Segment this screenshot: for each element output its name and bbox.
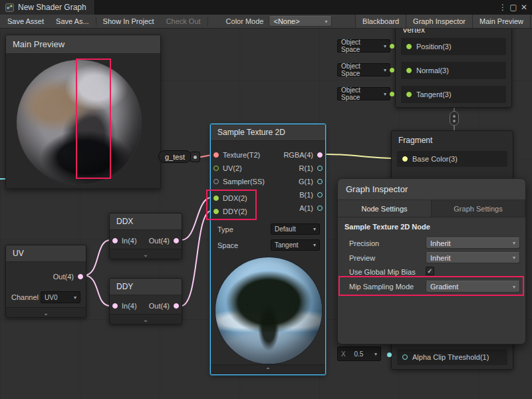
color-mode-label: Color Mode: [209, 17, 267, 25]
normal-port-icon[interactable]: [406, 68, 412, 73]
b-port-icon[interactable]: [317, 192, 323, 198]
alphaclip-float-field[interactable]: X 0.5 ▾: [337, 346, 381, 361]
wire-rgba-to-basecolor[interactable]: [323, 154, 394, 158]
position-port-icon[interactable]: [406, 44, 412, 49]
ddx-node[interactable]: DDX In(4) Out(4) ⌄: [109, 213, 182, 259]
a-port-icon[interactable]: [317, 205, 323, 211]
position-edge-port[interactable]: [390, 44, 394, 49]
tab-graph-settings[interactable]: Graph Settings: [432, 200, 525, 217]
toolbar-right-group: Blackboard Graph Inspector Main Preview: [355, 15, 531, 28]
wire-ddy-to-sample[interactable]: [181, 211, 211, 306]
sample-type-dropdown[interactable]: Default ▾: [271, 223, 320, 235]
uv-preview-expand-button[interactable]: ⌄: [6, 307, 86, 317]
show-in-project-button[interactable]: Show In Project: [97, 15, 160, 28]
fragment-node-title: Fragment: [392, 131, 513, 145]
preview-dropdown[interactable]: Inherit ▾: [426, 252, 520, 263]
uv-node[interactable]: UV Out(4) Channel UV0 ▾ ⌄: [5, 245, 86, 318]
sample-output-r[interactable]: R(1): [299, 162, 323, 175]
sample-output-g[interactable]: G(1): [299, 175, 323, 188]
vertex-slot-normal-label: Normal(3): [416, 66, 449, 74]
sample-input-ddx[interactable]: DDX(2): [213, 192, 247, 205]
sample-preview-collapse-button[interactable]: ⌃: [211, 364, 325, 374]
sample-input-uv[interactable]: UV(2): [213, 162, 242, 175]
wire-uv-to-ddx[interactable]: [84, 240, 110, 275]
property-pill-gtest[interactable]: g_test: [158, 150, 192, 163]
normal-space-dropdown[interactable]: Object Space ▾: [337, 63, 390, 76]
rgba-port-icon[interactable]: [317, 152, 323, 158]
mip-mode-dropdown[interactable]: Gradient ▾: [426, 281, 520, 293]
ddx-output[interactable]: Out(4): [149, 234, 179, 247]
fragment-slot-alphaclip[interactable]: Alpha Clip Threshold(1): [397, 349, 507, 365]
r-port-icon[interactable]: [317, 166, 323, 171]
sample-texture-2d-node[interactable]: Sample Texture 2D Texture(T2) UV(2) Samp…: [210, 124, 326, 375]
blackboard-toggle-button[interactable]: Blackboard: [355, 15, 406, 28]
graph-inspector-toggle-button[interactable]: Graph Inspector: [406, 15, 472, 28]
uv-port-icon[interactable]: [213, 166, 219, 171]
position-space-dropdown[interactable]: Object Space ▾: [337, 39, 390, 53]
main-preview-toggle-button[interactable]: Main Preview: [472, 15, 531, 28]
g-port-icon[interactable]: [317, 179, 323, 184]
sample-output-a[interactable]: A(1): [299, 201, 323, 215]
wire-ddx-to-sample[interactable]: [181, 198, 211, 240]
close-icon[interactable]: ✕: [519, 0, 529, 15]
ddy-in-port-icon[interactable]: [112, 303, 118, 309]
mip-bias-checkbox[interactable]: ✓: [426, 267, 434, 275]
sample-input-ddy-label: DDY(2): [223, 207, 247, 215]
alphaclip-port-icon[interactable]: [402, 354, 408, 360]
ddx-preview-expand-button[interactable]: ⌄: [110, 249, 182, 259]
ddx-in-port-icon[interactable]: [112, 238, 118, 243]
sample-output-rgba[interactable]: RGBA(4): [283, 148, 323, 162]
uv-channel-dropdown[interactable]: UV0 ▾: [41, 291, 80, 303]
sample-input-ddy[interactable]: DDY(2): [213, 205, 247, 218]
fragment-slot-basecolor[interactable]: Base Color(3): [397, 151, 507, 167]
ddy-output[interactable]: Out(4): [149, 299, 179, 313]
basecolor-port-icon[interactable]: [402, 156, 408, 162]
graph-inspector-panel[interactable]: Graph Inspector Node Settings Graph Sett…: [337, 178, 526, 344]
sampler-port-icon[interactable]: [213, 179, 219, 184]
vertex-slot-tangent-label: Tangent(3): [416, 90, 452, 98]
precision-dropdown[interactable]: Inherit ▾: [426, 237, 520, 249]
sample-space-label: Space: [217, 239, 238, 252]
ddx-port-icon[interactable]: [213, 196, 219, 201]
ddx-input[interactable]: In(4): [112, 234, 137, 247]
uv-out-port-icon[interactable]: [78, 274, 83, 279]
tangent-space-dropdown[interactable]: Object Space ▾: [337, 87, 390, 100]
property-pill-port-box[interactable]: [190, 152, 200, 162]
save-asset-button[interactable]: Save Asset: [1, 15, 50, 28]
block-connector[interactable]: [450, 111, 459, 126]
normal-edge-port[interactable]: [390, 68, 394, 72]
vertex-slot-normal[interactable]: Normal(3): [401, 62, 506, 79]
vertex-node[interactable]: Vertex Position(3) Normal(3) Tangent(3): [395, 20, 512, 108]
save-as-button[interactable]: Save As...: [50, 15, 95, 28]
graph-tab[interactable]: New Shader Graph: [0, 0, 95, 15]
texture-port-icon[interactable]: [213, 152, 219, 158]
tangent-port-icon[interactable]: [406, 92, 412, 97]
ddy-input[interactable]: In(4): [112, 299, 137, 313]
graph-inspector-title: Graph Inspector: [338, 179, 525, 200]
ddy-node[interactable]: DDY In(4) Out(4) ⌄: [109, 278, 182, 325]
tab-node-settings[interactable]: Node Settings: [338, 200, 432, 217]
main-preview-header[interactable]: Main Preview: [6, 35, 160, 54]
ddy-port-icon[interactable]: [213, 209, 219, 214]
ddy-out-port-icon[interactable]: [174, 303, 179, 309]
uv-output[interactable]: Out(4): [53, 270, 83, 283]
sample-input-texture[interactable]: Texture(T2): [213, 148, 260, 162]
vertex-slot-position[interactable]: Position(3): [401, 38, 506, 55]
ddx-out-port-icon[interactable]: [174, 238, 179, 243]
menu-icon[interactable]: ⋮: [497, 0, 508, 15]
sample-output-b[interactable]: B(1): [299, 188, 323, 201]
tangent-edge-port[interactable]: [390, 92, 394, 96]
sample-input-sampler[interactable]: Sampler(SS): [213, 175, 265, 188]
alphaclip-edge-port[interactable]: [387, 352, 392, 357]
vertex-slot-tangent[interactable]: Tangent(3): [401, 86, 506, 103]
ddy-preview-expand-button[interactable]: ⌄: [110, 314, 182, 324]
main-preview-panel[interactable]: Main Preview: [5, 35, 161, 189]
sample-space-dropdown[interactable]: Tangent ▾: [271, 239, 320, 251]
chevron-down-icon: ▾: [513, 255, 515, 261]
normal-space-value: Object Space: [341, 63, 381, 77]
mip-mode-value: Gradient: [430, 283, 458, 291]
color-mode-dropdown[interactable]: <None> ▾: [269, 16, 332, 27]
chevron-down-icon: ▾: [313, 226, 316, 232]
wire-uv-to-ddy[interactable]: [84, 275, 110, 306]
maximize-icon[interactable]: ▢: [508, 0, 519, 15]
